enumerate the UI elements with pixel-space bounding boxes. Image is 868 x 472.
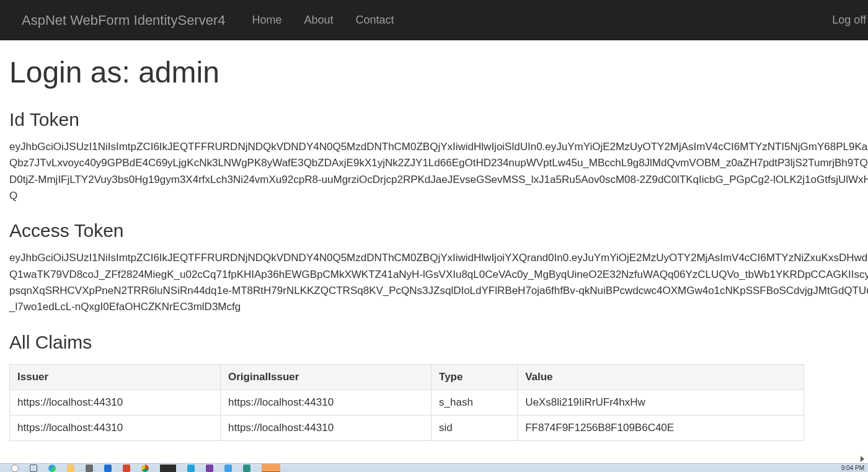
navbar: AspNet WebForm IdentityServer4 Home Abou… <box>0 0 868 40</box>
cell-issuer: https://localhost:44310 <box>10 415 221 440</box>
th-issuer: Issuer <box>10 364 221 390</box>
nav-link-contact[interactable]: Contact <box>345 1 405 39</box>
heading-all-claims: All Claims <box>9 332 868 353</box>
heading-id-token: Id Token <box>9 109 868 130</box>
scroll-right-icon <box>861 456 867 462</box>
access-token-value: eyJhbGciOiJSUzI1NiIsImtpZCI6IkJEQTFFRURD… <box>9 250 868 315</box>
taskbar-chrome-icon[interactable] <box>141 465 149 472</box>
taskbar-explorer-icon[interactable] <box>67 465 74 472</box>
th-original-issuer: OriginalIssuer <box>221 364 432 390</box>
browser-viewport[interactable]: AspNet WebForm IdentityServer4 Home Abou… <box>0 0 868 453</box>
taskbar-store-icon[interactable] <box>86 465 93 472</box>
taskbar-clock[interactable]: 9:04 PM <box>841 465 866 471</box>
navbar-brand[interactable]: AspNet WebForm IdentityServer4 <box>9 3 235 38</box>
taskbar-vs-icon[interactable] <box>206 465 213 472</box>
cell-original-issuer: https://localhost:44310 <box>221 415 432 440</box>
table-header-row: Issuer OriginalIssuer Type Value <box>10 364 804 390</box>
navbar-left: AspNet WebForm IdentityServer4 Home Abou… <box>9 1 405 39</box>
taskbar-search-icon[interactable] <box>11 465 19 472</box>
th-type: Type <box>432 364 518 390</box>
content: Login as: admin Id Token eyJhbGciOiJSUzI… <box>0 55 868 450</box>
nav-list: Home About Contact <box>241 1 405 39</box>
cell-value: UeXs8li219IiRrUFr4hxHw <box>518 390 804 415</box>
taskbar-office-icon[interactable] <box>123 465 130 472</box>
taskbar-vscode-icon[interactable] <box>187 465 195 472</box>
taskbar-edge-icon[interactable] <box>48 465 56 472</box>
taskbar-terminal-icon[interactable] <box>160 465 176 472</box>
taskbar-left <box>2 464 280 472</box>
table-row: https://localhost:44310 https://localhos… <box>10 390 804 415</box>
nav-link-about[interactable]: About <box>293 1 345 39</box>
taskbar-app-icon[interactable] <box>104 465 112 472</box>
th-value: Value <box>518 364 804 390</box>
claims-table: Issuer OriginalIssuer Type Value https:/… <box>9 364 804 441</box>
heading-access-token: Access Token <box>9 220 868 241</box>
nav-link-home[interactable]: Home <box>241 1 293 39</box>
cell-original-issuer: https://localhost:44310 <box>221 390 432 415</box>
taskbar: 9:04 PM <box>0 463 868 472</box>
table-row: https://localhost:44310 https://localhos… <box>10 415 804 440</box>
id-token-value: eyJhbGciOiJSUzI1NiIsImtpZCI6IkJEQTFFRURD… <box>9 139 868 204</box>
taskbar-active-app[interactable] <box>262 464 280 472</box>
cell-type: sid <box>432 415 518 440</box>
page-title: Login as: admin <box>9 55 868 89</box>
nav-link-logoff[interactable]: Log off <box>821 1 868 39</box>
taskbar-app3-icon[interactable] <box>243 465 250 472</box>
taskbar-app2-icon[interactable] <box>224 465 232 472</box>
taskbar-taskview-icon[interactable] <box>30 465 37 472</box>
cell-type: s_hash <box>432 390 518 415</box>
cell-issuer: https://localhost:44310 <box>10 390 221 415</box>
cell-value: FF874F9F1256B8F109B6C40E <box>518 415 804 440</box>
navbar-right: Log off <box>821 1 868 39</box>
